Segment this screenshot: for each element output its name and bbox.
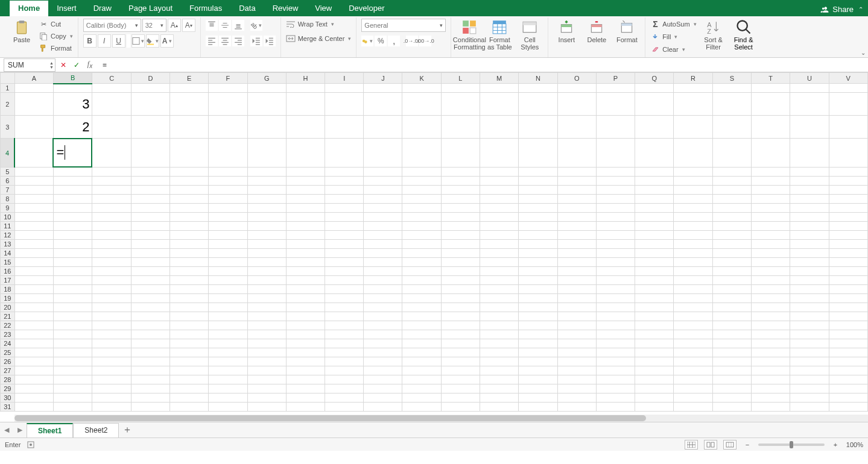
cell-M15[interactable]: [480, 258, 518, 267]
ribbon-collapse-toggle[interactable]: ⌄: [861, 49, 866, 56]
cell-D31[interactable]: [131, 403, 169, 412]
cell-E9[interactable]: [170, 204, 209, 213]
cell-B8[interactable]: [53, 195, 92, 204]
cell-R1[interactable]: [674, 84, 712, 93]
cell-C25[interactable]: [92, 348, 131, 357]
cell-A9[interactable]: [14, 204, 53, 213]
cell-G9[interactable]: [247, 204, 286, 213]
cell-S14[interactable]: [712, 249, 751, 258]
cell-B29[interactable]: [53, 384, 92, 393]
cell-C27[interactable]: [92, 366, 131, 375]
cell-T17[interactable]: [752, 276, 790, 285]
cell-O30[interactable]: [557, 393, 596, 403]
align-right-button[interactable]: [232, 36, 244, 46]
cell-B18[interactable]: [53, 285, 92, 294]
cell-D1[interactable]: [131, 84, 169, 93]
cell-Q30[interactable]: [635, 393, 674, 403]
cell-S15[interactable]: [712, 258, 751, 267]
cell-G30[interactable]: [247, 393, 286, 403]
underline-button[interactable]: U: [112, 34, 125, 48]
cell-H9[interactable]: [286, 204, 325, 213]
cell-A18[interactable]: [14, 285, 53, 294]
cell-F7[interactable]: [209, 186, 247, 195]
cell-H21[interactable]: [286, 312, 325, 321]
cell-E26[interactable]: [170, 357, 209, 366]
cell-N7[interactable]: [519, 186, 557, 195]
cell-M5[interactable]: [480, 168, 518, 177]
cell-L17[interactable]: [441, 276, 480, 285]
cell-T27[interactable]: [752, 366, 790, 375]
cell-B14[interactable]: [53, 249, 92, 258]
cell-O26[interactable]: [557, 357, 596, 366]
cell-B21[interactable]: [53, 312, 92, 321]
cell-J10[interactable]: [364, 213, 402, 222]
bold-button[interactable]: B: [83, 34, 97, 48]
cell-G23[interactable]: [247, 330, 286, 339]
cell-F6[interactable]: [209, 177, 247, 186]
cell-C17[interactable]: [92, 276, 131, 285]
cell-L13[interactable]: [441, 240, 480, 249]
cell-K14[interactable]: [402, 249, 441, 258]
cell-P27[interactable]: [596, 366, 635, 375]
column-header-I[interactable]: I: [325, 73, 364, 84]
cell-F25[interactable]: [209, 348, 247, 357]
row-header-31[interactable]: 31: [1, 403, 15, 412]
cell-M10[interactable]: [480, 213, 518, 222]
cell-N22[interactable]: [519, 321, 557, 330]
ribbon-tab-view[interactable]: View: [306, 1, 340, 16]
cell-R7[interactable]: [674, 186, 712, 195]
cell-R31[interactable]: [674, 403, 712, 412]
cell-N27[interactable]: [519, 366, 557, 375]
cell-U21[interactable]: [790, 312, 829, 321]
cell-L23[interactable]: [441, 330, 480, 339]
cell-S31[interactable]: [712, 403, 751, 412]
cell-R3[interactable]: [674, 116, 712, 139]
cell-C23[interactable]: [92, 330, 131, 339]
column-header-N[interactable]: N: [519, 73, 557, 84]
cell-F13[interactable]: [209, 240, 247, 249]
cell-D18[interactable]: [131, 285, 169, 294]
cell-H31[interactable]: [286, 403, 325, 412]
cell-U15[interactable]: [790, 258, 829, 267]
cell-P13[interactable]: [596, 240, 635, 249]
column-header-E[interactable]: E: [170, 73, 209, 84]
cell-Q23[interactable]: [635, 330, 674, 339]
cell-P28[interactable]: [596, 375, 635, 384]
cell-L6[interactable]: [441, 177, 480, 186]
cell-Q24[interactable]: [635, 339, 674, 348]
cell-L31[interactable]: [441, 403, 480, 412]
cell-M14[interactable]: [480, 249, 518, 258]
ribbon-tab-insert[interactable]: Insert: [48, 1, 85, 16]
cell-V20[interactable]: [829, 303, 867, 312]
cell-T5[interactable]: [752, 168, 790, 177]
shrink-font-button[interactable]: A▾: [182, 19, 195, 32]
cell-V16[interactable]: [829, 267, 867, 276]
cell-C24[interactable]: [92, 339, 131, 348]
cell-E27[interactable]: [170, 366, 209, 375]
cell-D7[interactable]: [131, 186, 169, 195]
cell-J5[interactable]: [364, 168, 402, 177]
cell-K20[interactable]: [402, 303, 441, 312]
autosum-button[interactable]: ΣAutoSum▾: [650, 19, 696, 30]
cell-A4[interactable]: [14, 139, 53, 168]
cell-K11[interactable]: [402, 222, 441, 231]
cell-E23[interactable]: [170, 330, 209, 339]
cell-J13[interactable]: [364, 240, 402, 249]
cell-U11[interactable]: [790, 222, 829, 231]
cell-A30[interactable]: [14, 393, 53, 403]
cell-T25[interactable]: [752, 348, 790, 357]
cell-U5[interactable]: [790, 168, 829, 177]
cell-B7[interactable]: [53, 186, 92, 195]
cell-M8[interactable]: [480, 195, 518, 204]
cell-J18[interactable]: [364, 285, 402, 294]
cell-G22[interactable]: [247, 321, 286, 330]
column-header-B[interactable]: B: [53, 73, 92, 84]
cell-R16[interactable]: [674, 267, 712, 276]
cell-L2[interactable]: [441, 93, 480, 116]
cell-O9[interactable]: [557, 204, 596, 213]
cell-P3[interactable]: [596, 116, 635, 139]
cell-D19[interactable]: [131, 294, 169, 303]
cell-S9[interactable]: [712, 204, 751, 213]
cell-L9[interactable]: [441, 204, 480, 213]
row-header-21[interactable]: 21: [1, 312, 15, 321]
